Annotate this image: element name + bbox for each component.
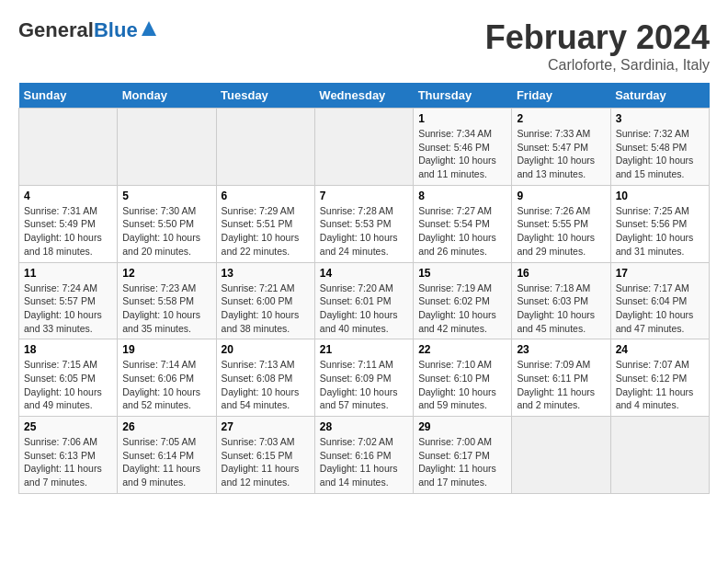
calendar-cell: 12Sunrise: 7:23 AM Sunset: 5:58 PM Dayli…	[118, 262, 216, 339]
calendar-cell: 8Sunrise: 7:27 AM Sunset: 5:54 PM Daylig…	[414, 185, 512, 262]
day-number: 6	[222, 190, 310, 202]
day-info: Sunrise: 7:28 AM Sunset: 5:53 PM Dayligh…	[320, 204, 408, 259]
month-title: February 2024	[485, 18, 710, 57]
calendar-cell: 15Sunrise: 7:19 AM Sunset: 6:02 PM Dayli…	[414, 262, 512, 339]
day-info: Sunrise: 7:20 AM Sunset: 6:01 PM Dayligh…	[320, 282, 408, 336]
calendar-cell: 23Sunrise: 7:09 AM Sunset: 6:11 PM Dayli…	[512, 339, 610, 417]
calendar-header-row: SundayMondayTuesdayWednesdayThursdayFrid…	[19, 83, 710, 109]
day-number: 3	[616, 112, 704, 125]
day-info: Sunrise: 7:14 AM Sunset: 6:06 PM Dayligh…	[122, 358, 210, 412]
calendar-cell: 29Sunrise: 7:00 AM Sunset: 6:17 PM Dayli…	[414, 417, 512, 494]
day-info: Sunrise: 7:26 AM Sunset: 5:55 PM Dayligh…	[517, 204, 605, 259]
day-number: 13	[222, 267, 310, 280]
day-info: Sunrise: 7:18 AM Sunset: 6:03 PM Dayligh…	[517, 282, 605, 336]
day-number: 20	[222, 343, 310, 356]
day-info: Sunrise: 7:17 AM Sunset: 6:04 PM Dayligh…	[616, 282, 704, 336]
calendar-cell: 28Sunrise: 7:02 AM Sunset: 6:16 PM Dayli…	[314, 417, 413, 494]
calendar-cell: 6Sunrise: 7:29 AM Sunset: 5:51 PM Daylig…	[216, 185, 314, 262]
day-info: Sunrise: 7:10 AM Sunset: 6:10 PM Dayligh…	[418, 358, 506, 412]
day-info: Sunrise: 7:33 AM Sunset: 5:47 PM Dayligh…	[517, 127, 605, 181]
day-number: 16	[517, 267, 605, 280]
day-number: 29	[418, 420, 506, 433]
header-wednesday: Wednesday	[314, 83, 413, 109]
calendar-cell	[19, 109, 118, 186]
day-info: Sunrise: 7:15 AM Sunset: 6:05 PM Dayligh…	[24, 358, 112, 412]
logo-icon	[141, 20, 157, 37]
day-number: 24	[616, 343, 704, 356]
day-number: 11	[24, 267, 112, 280]
page-header: GeneralBlue February 2024 Carloforte, Sa…	[18, 18, 710, 74]
calendar-cell: 11Sunrise: 7:24 AM Sunset: 5:57 PM Dayli…	[19, 262, 118, 339]
day-number: 26	[122, 420, 210, 433]
day-number: 17	[616, 267, 704, 280]
day-number: 4	[24, 190, 112, 202]
day-info: Sunrise: 7:34 AM Sunset: 5:46 PM Dayligh…	[418, 127, 506, 181]
header-tuesday: Tuesday	[216, 83, 314, 109]
day-info: Sunrise: 7:24 AM Sunset: 5:57 PM Dayligh…	[24, 282, 112, 336]
day-number: 22	[418, 343, 506, 356]
calendar-cell: 14Sunrise: 7:20 AM Sunset: 6:01 PM Dayli…	[314, 262, 413, 339]
day-number: 28	[320, 420, 408, 433]
calendar-cell	[118, 109, 216, 186]
calendar-week-row: 18Sunrise: 7:15 AM Sunset: 6:05 PM Dayli…	[19, 339, 710, 417]
day-number: 15	[418, 267, 506, 280]
day-info: Sunrise: 7:31 AM Sunset: 5:49 PM Dayligh…	[24, 204, 112, 259]
day-info: Sunrise: 7:02 AM Sunset: 6:16 PM Dayligh…	[320, 435, 408, 489]
day-number: 8	[418, 190, 506, 202]
day-number: 25	[24, 420, 112, 433]
day-info: Sunrise: 7:19 AM Sunset: 6:02 PM Dayligh…	[418, 282, 506, 336]
day-number: 1	[418, 112, 506, 125]
calendar-cell: 18Sunrise: 7:15 AM Sunset: 6:05 PM Dayli…	[19, 339, 118, 417]
calendar-cell: 19Sunrise: 7:14 AM Sunset: 6:06 PM Dayli…	[118, 339, 216, 417]
day-info: Sunrise: 7:09 AM Sunset: 6:11 PM Dayligh…	[517, 358, 605, 412]
svg-marker-0	[142, 21, 156, 36]
calendar-cell: 9Sunrise: 7:26 AM Sunset: 5:55 PM Daylig…	[512, 185, 610, 262]
day-number: 7	[320, 190, 408, 202]
day-info: Sunrise: 7:05 AM Sunset: 6:14 PM Dayligh…	[122, 435, 210, 489]
calendar-cell: 24Sunrise: 7:07 AM Sunset: 6:12 PM Dayli…	[610, 339, 709, 417]
day-info: Sunrise: 7:21 AM Sunset: 6:00 PM Dayligh…	[222, 282, 310, 336]
calendar-cell	[314, 109, 413, 186]
day-number: 10	[616, 190, 704, 202]
logo-blue-text: Blue	[94, 18, 138, 42]
calendar-cell	[512, 417, 610, 494]
day-number: 19	[122, 343, 210, 356]
calendar-cell: 10Sunrise: 7:25 AM Sunset: 5:56 PM Dayli…	[610, 185, 709, 262]
calendar-week-row: 1Sunrise: 7:34 AM Sunset: 5:46 PM Daylig…	[19, 109, 710, 186]
day-number: 23	[517, 343, 605, 356]
day-info: Sunrise: 7:30 AM Sunset: 5:50 PM Dayligh…	[122, 204, 210, 259]
day-info: Sunrise: 7:07 AM Sunset: 6:12 PM Dayligh…	[616, 358, 704, 412]
calendar-week-row: 25Sunrise: 7:06 AM Sunset: 6:13 PM Dayli…	[19, 417, 710, 494]
calendar-cell: 7Sunrise: 7:28 AM Sunset: 5:53 PM Daylig…	[314, 185, 413, 262]
day-info: Sunrise: 7:11 AM Sunset: 6:09 PM Dayligh…	[320, 358, 408, 412]
calendar-cell: 26Sunrise: 7:05 AM Sunset: 6:14 PM Dayli…	[118, 417, 216, 494]
calendar-cell: 17Sunrise: 7:17 AM Sunset: 6:04 PM Dayli…	[610, 262, 709, 339]
day-number: 21	[320, 343, 408, 356]
day-info: Sunrise: 7:23 AM Sunset: 5:58 PM Dayligh…	[122, 282, 210, 336]
calendar-cell: 21Sunrise: 7:11 AM Sunset: 6:09 PM Dayli…	[314, 339, 413, 417]
header-saturday: Saturday	[610, 83, 709, 109]
calendar-cell: 20Sunrise: 7:13 AM Sunset: 6:08 PM Dayli…	[216, 339, 314, 417]
title-block: February 2024 Carloforte, Sardinia, Ital…	[485, 18, 710, 74]
day-number: 12	[122, 267, 210, 280]
header-monday: Monday	[118, 83, 216, 109]
calendar-cell: 25Sunrise: 7:06 AM Sunset: 6:13 PM Dayli…	[19, 417, 118, 494]
header-thursday: Thursday	[414, 83, 512, 109]
calendar-cell: 1Sunrise: 7:34 AM Sunset: 5:46 PM Daylig…	[414, 109, 512, 186]
calendar-cell: 3Sunrise: 7:32 AM Sunset: 5:48 PM Daylig…	[610, 109, 709, 186]
logo: GeneralBlue	[18, 18, 157, 42]
header-sunday: Sunday	[19, 83, 118, 109]
day-number: 5	[122, 190, 210, 202]
calendar-cell: 22Sunrise: 7:10 AM Sunset: 6:10 PM Dayli…	[414, 339, 512, 417]
calendar-cell: 5Sunrise: 7:30 AM Sunset: 5:50 PM Daylig…	[118, 185, 216, 262]
calendar-cell: 13Sunrise: 7:21 AM Sunset: 6:00 PM Dayli…	[216, 262, 314, 339]
day-info: Sunrise: 7:13 AM Sunset: 6:08 PM Dayligh…	[222, 358, 310, 412]
calendar-cell	[216, 109, 314, 186]
day-info: Sunrise: 7:27 AM Sunset: 5:54 PM Dayligh…	[418, 204, 506, 259]
header-friday: Friday	[512, 83, 610, 109]
day-number: 9	[517, 190, 605, 202]
day-info: Sunrise: 7:03 AM Sunset: 6:15 PM Dayligh…	[222, 435, 310, 489]
location-subtitle: Carloforte, Sardinia, Italy	[485, 57, 710, 74]
calendar-cell: 2Sunrise: 7:33 AM Sunset: 5:47 PM Daylig…	[512, 109, 610, 186]
day-number: 14	[320, 267, 408, 280]
